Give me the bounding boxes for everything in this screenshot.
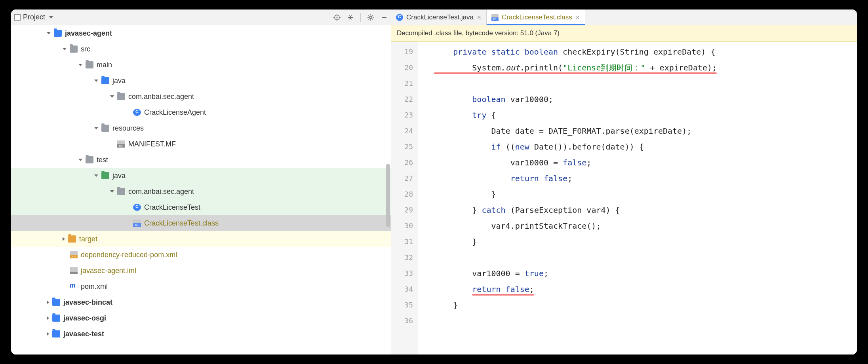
tree-item[interactable]: main (11, 57, 391, 73)
toolbar-divider (360, 13, 361, 22)
tree-item-label: java (112, 77, 126, 85)
tree-item[interactable]: javasec-bincat (11, 294, 391, 310)
tab-label: CrackLicenseTest.java (406, 13, 474, 21)
line-number: 36 (391, 313, 413, 329)
locate-icon[interactable] (333, 14, 341, 21)
line-number: 28 (391, 186, 413, 202)
code-editor[interactable]: 192021222324252627282930313233343536 pri… (391, 42, 857, 355)
tree-item-label: javasec-test (63, 330, 104, 338)
project-tree[interactable]: javasec-agentsrcmainjavacom.anbai.sec.ag… (11, 25, 391, 355)
editor-tab[interactable]: CrackLicenseTest.class✕ (487, 9, 585, 25)
line-number: 26 (391, 155, 413, 171)
line-gutter: 192021222324252627282930313233343536 (391, 42, 418, 355)
tree-item[interactable]: test (11, 152, 391, 168)
folder-icon (86, 156, 93, 163)
tree-item-label: javasec-agent.iml (81, 267, 136, 275)
tree-item-label: javasec-bincat (63, 298, 112, 307)
arrow-right-icon[interactable] (47, 300, 49, 304)
arrow-right-icon[interactable] (47, 316, 49, 320)
line-number: 21 (391, 76, 413, 91)
arrow-down-icon[interactable] (110, 190, 114, 193)
line-number: 25 (391, 139, 413, 155)
tree-item[interactable]: dependency-reduced-pom.xml (11, 247, 391, 263)
editor-tab[interactable]: CrackLicenseTest.java✕ (391, 9, 487, 25)
tree-item[interactable]: java (11, 168, 391, 184)
arrow-down-icon[interactable] (110, 95, 114, 98)
editor-panel: CrackLicenseTest.java✕CrackLicenseTest.c… (391, 9, 857, 355)
arrow-right-icon[interactable] (47, 332, 49, 336)
arrow-down-icon[interactable] (47, 32, 51, 34)
close-icon[interactable]: ✕ (575, 14, 580, 21)
folder-blue-icon (54, 30, 62, 37)
folder-icon (101, 125, 109, 132)
tree-item[interactable]: CrackLicenseTest (11, 199, 391, 215)
arrow-down-icon[interactable] (94, 80, 98, 82)
tree-item[interactable]: resources (11, 120, 391, 136)
tree-item-label: src (81, 45, 90, 53)
arrow-down-icon[interactable] (63, 48, 67, 50)
line-number: 32 (391, 250, 413, 265)
tree-item-label: javasec-agent (65, 29, 112, 38)
line-number: 33 (391, 265, 413, 281)
project-title: Project (23, 13, 45, 21)
arrow-down-icon[interactable] (94, 174, 98, 177)
tree-item[interactable]: MANIFEST.MF (11, 136, 391, 152)
line-number: 35 (391, 297, 413, 313)
line-number: 29 (391, 202, 413, 218)
line-number: 27 (391, 171, 413, 186)
file-mf-icon (117, 140, 125, 148)
tree-item-label: dependency-reduced-pom.xml (81, 251, 177, 259)
gear-icon[interactable] (367, 14, 374, 21)
line-number: 19 (391, 44, 413, 60)
svg-point-1 (337, 17, 338, 18)
arrow-down-icon[interactable] (78, 159, 82, 161)
tree-item-label: javasec-osgi (63, 314, 106, 322)
tree-item-label: com.anbai.sec.agent (128, 188, 194, 196)
line-number: 34 (391, 281, 413, 297)
folder-icon (86, 61, 93, 68)
tree-item[interactable]: CrackLicenseAgent (11, 104, 391, 120)
tree-item[interactable]: target (11, 231, 391, 247)
file-c-icon (133, 204, 141, 211)
line-number: 22 (391, 91, 413, 107)
tree-item[interactable]: com.anbai.sec.agent (11, 89, 391, 104)
minimize-icon[interactable] (381, 14, 388, 21)
tree-item[interactable]: com.anbai.sec.agent (11, 184, 391, 199)
tree-item[interactable]: javasec-osgi (11, 310, 391, 326)
collapse-all-icon[interactable] (347, 14, 354, 21)
tree-item[interactable]: CrackLicenseTest.class (11, 215, 391, 231)
code-area[interactable]: private static boolean checkExpiry(Strin… (418, 42, 857, 355)
folder-blue-icon (52, 330, 60, 337)
tree-scrollbar[interactable] (386, 164, 390, 227)
tree-item[interactable]: javasec-agent (11, 25, 391, 41)
tree-item-label: test (97, 156, 108, 164)
project-dropdown-icon[interactable] (49, 16, 53, 19)
tree-item[interactable]: javasec-test (11, 326, 391, 342)
tree-item[interactable]: java (11, 73, 391, 89)
tree-item[interactable]: src (11, 41, 391, 57)
tree-item[interactable]: pom.xml (11, 279, 391, 294)
svg-point-7 (369, 16, 372, 19)
arrow-down-icon[interactable] (78, 64, 82, 66)
folder-blue-icon (52, 299, 60, 306)
arrow-right-icon[interactable] (63, 237, 65, 241)
folder-blue-icon (52, 315, 60, 322)
tree-item-label: pom.xml (81, 282, 108, 291)
file-xml-icon (70, 251, 78, 258)
tree-item-label: resources (112, 124, 144, 133)
editor-tabs: CrackLicenseTest.java✕CrackLicenseTest.c… (391, 9, 857, 25)
tree-item-label: CrackLicenseTest (144, 203, 200, 212)
folder-orange-icon (68, 235, 76, 243)
arrow-down-icon[interactable] (94, 127, 98, 129)
file-m-icon (70, 283, 78, 290)
file-iml-icon (70, 267, 78, 274)
line-number: 23 (391, 107, 413, 123)
project-icon (14, 14, 21, 21)
folder-blue-icon (101, 77, 109, 84)
tree-item[interactable]: javasec-agent.iml (11, 263, 391, 279)
decompile-banner: Decompiled .class file, bytecode version… (391, 25, 857, 42)
folder-icon (117, 188, 125, 195)
folder-green-icon (101, 172, 109, 179)
tree-item-label: java (112, 172, 126, 180)
close-icon[interactable]: ✕ (477, 14, 482, 21)
